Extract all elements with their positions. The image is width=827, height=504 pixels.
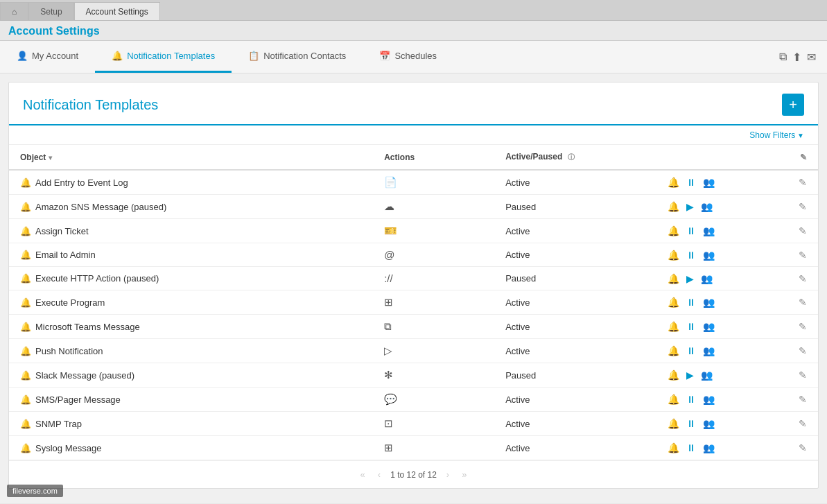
watermark-text: fileverse.com [12,487,58,495]
edit-icon-10[interactable]: ✎ [799,418,807,429]
edit-icon-6[interactable]: ✎ [799,321,807,332]
edit-icon-3[interactable]: ✎ [799,250,807,261]
bell-icon: 🔔 [20,177,31,188]
status-text-5: Active [505,297,530,308]
bell-ctrl-icon-10[interactable]: 🔔 [668,418,679,429]
tab-notification-templates[interactable]: 🔔 Notification Templates [95,41,232,73]
cell-controls-0: 🔔 ⏸ 👥 [656,170,778,195]
edit-icon-8[interactable]: ✎ [799,370,807,381]
edit-icon-11[interactable]: ✎ [799,442,807,453]
cell-controls-9: 🔔 ⏸ 👥 [656,388,778,412]
play-button-4[interactable]: ▶ [686,273,694,284]
group-icon-11[interactable]: 👥 [703,442,715,453]
cell-controls-3: 🔔 ⏸ 👥 [656,243,778,267]
edit-all-icon[interactable]: ✎ [800,153,807,162]
cell-status-2: Active [494,219,656,243]
group-icon-10[interactable]: 👥 [703,418,715,429]
table-row: 🔔Push Notification▷Active 🔔 ⏸ 👥 ✎ [9,339,818,363]
bell-ctrl-icon-11[interactable]: 🔔 [668,442,679,453]
action-icon-3: @ [384,249,394,261]
next-page-button[interactable]: › [444,468,452,481]
row-name-0: Add Entry to Event Log [35,177,128,188]
bell-ctrl-icon-3[interactable]: 🔔 [668,250,679,261]
bell-ctrl-icon-7[interactable]: 🔔 [668,345,679,356]
first-page-button[interactable]: « [358,468,368,481]
tab-my-account[interactable]: 👤 My Account [0,41,95,73]
tab-schedules[interactable]: 📅 Schedules [363,41,453,73]
group-icon-8[interactable]: 👥 [701,370,713,381]
export-icon[interactable]: ⬆ [792,51,801,64]
col-header-edit: ✎ [778,145,818,170]
pause-button-5[interactable]: ⏸ [686,297,696,308]
cell-edit-6: ✎ [778,315,818,339]
row-name-9: SMS/Pager Message [35,394,121,405]
bell-ctrl-icon-6[interactable]: 🔔 [668,321,679,332]
status-text-8: Paused [505,370,536,381]
status-text-9: Active [505,394,530,405]
show-filters-button[interactable]: Show Filters [749,130,804,140]
bell-ctrl-icon-5[interactable]: 🔔 [668,297,679,308]
tab-notification-contacts[interactable]: 📋 Notification Contacts [232,41,363,73]
row-name-6: Microsoft Teams Message [35,322,140,332]
group-icon-4[interactable]: 👥 [701,273,713,284]
group-icon-5[interactable]: 👥 [703,297,715,308]
row-name-3: Email to Admin [35,250,96,260]
prev-page-button[interactable]: ‹ [375,468,383,481]
browser-tab-account[interactable]: Account Settings [74,2,160,20]
group-icon-1[interactable]: 👥 [701,201,713,212]
row-name-5: Execute Program [35,297,105,308]
cell-actions-3: @ [373,243,494,267]
setup-tab-label: Setup [40,7,62,17]
cell-object-2: 🔔Assign Ticket [9,219,373,243]
group-icon-0[interactable]: 👥 [703,177,715,188]
bell-ctrl-icon-1[interactable]: 🔔 [668,201,679,212]
edit-icon-7[interactable]: ✎ [799,345,807,356]
edit-icon-1[interactable]: ✎ [799,201,807,212]
cell-status-7: Active [494,339,656,363]
tab-notification-contacts-label: Notification Contacts [263,51,346,61]
play-button-8[interactable]: ▶ [686,370,694,381]
last-page-button[interactable]: » [459,468,469,481]
pause-button-0[interactable]: ⏸ [686,177,696,188]
pause-button-10[interactable]: ⏸ [686,418,696,429]
bell-icon: 🔔 [20,273,31,284]
edit-icon-0[interactable]: ✎ [799,177,807,188]
group-icon-3[interactable]: 👥 [703,250,715,261]
edit-icon-4[interactable]: ✎ [799,273,807,284]
browser-tab-setup[interactable]: Setup [28,2,73,20]
pause-button-6[interactable]: ⏸ [686,321,696,332]
row-name-8: Slack Message (paused) [35,370,134,381]
cell-edit-9: ✎ [778,388,818,412]
edit-icon-9[interactable]: ✎ [799,394,807,405]
bell-ctrl-icon-4[interactable]: 🔔 [668,273,679,284]
pause-button-2[interactable]: ⏸ [686,225,696,236]
pause-button-7[interactable]: ⏸ [686,345,696,356]
bell-ctrl-icon-8[interactable]: 🔔 [668,370,679,381]
col-header-object[interactable]: Object [9,145,373,170]
pause-button-9[interactable]: ⏸ [686,394,696,405]
pause-button-11[interactable]: ⏸ [686,442,696,453]
edit-icon-2[interactable]: ✎ [799,225,807,236]
row-name-7: Push Notification [35,346,103,356]
panel-header: Notification Templates + [9,82,818,125]
group-icon-7[interactable]: 👥 [703,345,715,356]
copy-icon[interactable]: ⧉ [779,51,787,64]
bell-ctrl-icon-0[interactable]: 🔔 [668,177,679,188]
add-template-button[interactable]: + [782,94,804,116]
play-button-1[interactable]: ▶ [686,201,694,212]
email-icon[interactable]: ✉ [807,51,816,64]
bell-ctrl-icon-9[interactable]: 🔔 [668,394,679,405]
cell-actions-9: 💬 [373,388,494,412]
status-text-3: Active [505,250,530,260]
pause-button-3[interactable]: ⏸ [686,250,696,261]
status-text-11: Active [505,443,530,453]
group-icon-2[interactable]: 👥 [703,225,715,236]
edit-icon-5[interactable]: ✎ [799,297,807,308]
col-header-controls [656,145,778,170]
bell-ctrl-icon-2[interactable]: 🔔 [668,225,679,236]
browser-tab-home[interactable]: ⌂ [0,2,28,20]
action-icon-7: ▷ [384,345,392,356]
group-icon-6[interactable]: 👥 [703,321,715,332]
group-icon-9[interactable]: 👥 [703,394,715,405]
cell-object-7: 🔔Push Notification [9,339,373,363]
